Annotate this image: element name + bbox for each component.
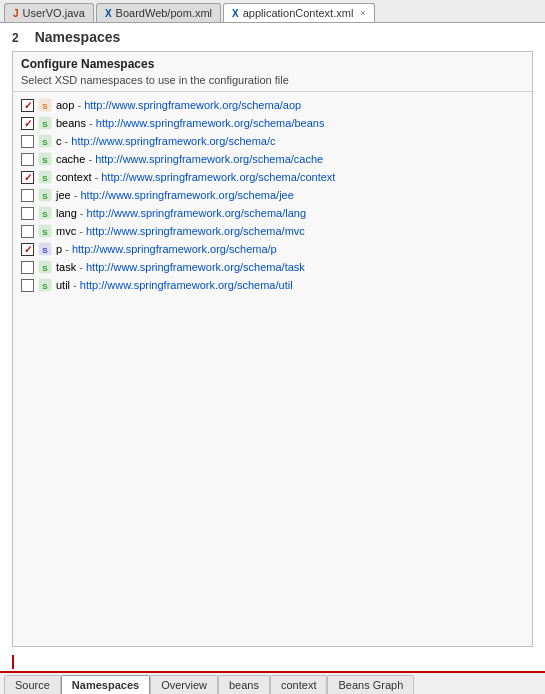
ns-icon-mvc: S bbox=[38, 224, 52, 238]
checkbox-jee[interactable] bbox=[21, 189, 34, 202]
namespace-item-mvc: S mvc - http://www.springframework.org/s… bbox=[19, 222, 526, 240]
bottom-tab-namespaces[interactable]: Namespaces bbox=[61, 675, 150, 694]
svg-text:S: S bbox=[42, 264, 48, 273]
ns-label-beans: beans - http://www.springframework.org/s… bbox=[56, 117, 324, 129]
page-title: Namespaces bbox=[35, 29, 121, 45]
ns-label-cache: cache - http://www.springframework.org/s… bbox=[56, 153, 323, 165]
bottom-tab-beans[interactable]: beans bbox=[218, 675, 270, 694]
namespace-list[interactable]: S aop - http://www.springframework.org/s… bbox=[13, 92, 532, 646]
ns-icon-p: S bbox=[38, 242, 52, 256]
checkbox-beans[interactable] bbox=[21, 117, 34, 130]
svg-text:S: S bbox=[42, 138, 48, 147]
main-content: 2 Namespaces Configure Namespaces Select… bbox=[0, 23, 545, 671]
svg-text:S: S bbox=[42, 120, 48, 129]
xml-icon: X bbox=[105, 8, 112, 19]
checkbox-aop[interactable] bbox=[21, 99, 34, 112]
xml-icon-2: X bbox=[232, 8, 239, 19]
tab-boardweb[interactable]: X BoardWeb/pom.xml bbox=[96, 3, 221, 22]
text-cursor bbox=[12, 655, 14, 669]
ns-label-aop: aop - http://www.springframework.org/sch… bbox=[56, 99, 301, 111]
configure-title: Configure Namespaces bbox=[13, 52, 532, 74]
checkbox-context[interactable] bbox=[21, 171, 34, 184]
svg-text:S: S bbox=[42, 192, 48, 201]
namespace-item-lang: S lang - http://www.springframework.org/… bbox=[19, 204, 526, 222]
namespace-item-c: S c - http://www.springframework.org/sch… bbox=[19, 132, 526, 150]
bottom-tab-beans-graph[interactable]: Beans Graph bbox=[327, 675, 414, 694]
checkbox-p[interactable] bbox=[21, 243, 34, 256]
svg-text:S: S bbox=[42, 174, 48, 183]
checkbox-lang[interactable] bbox=[21, 207, 34, 220]
ns-label-context: context - http://www.springframework.org… bbox=[56, 171, 335, 183]
svg-text:S: S bbox=[42, 246, 48, 255]
ns-label-task: task - http://www.springframework.org/sc… bbox=[56, 261, 305, 273]
configure-description: Select XSD namespaces to use in the conf… bbox=[13, 74, 532, 92]
tab-uservo-label: UserVO.java bbox=[23, 7, 85, 19]
ns-label-jee: jee - http://www.springframework.org/sch… bbox=[56, 189, 294, 201]
ns-icon-aop: S bbox=[38, 98, 52, 112]
bottom-tab-context[interactable]: context bbox=[270, 675, 327, 694]
checkbox-cache[interactable] bbox=[21, 153, 34, 166]
namespace-item-p: S p - http://www.springframework.org/sch… bbox=[19, 240, 526, 258]
bottom-tab-overview[interactable]: Overview bbox=[150, 675, 218, 694]
namespace-item-task: S task - http://www.springframework.org/… bbox=[19, 258, 526, 276]
namespace-item-aop: S aop - http://www.springframework.org/s… bbox=[19, 96, 526, 114]
namespace-item-beans: S beans - http://www.springframework.org… bbox=[19, 114, 526, 132]
svg-text:S: S bbox=[42, 228, 48, 237]
ns-label-lang: lang - http://www.springframework.org/sc… bbox=[56, 207, 306, 219]
namespace-item-context: S context - http://www.springframework.o… bbox=[19, 168, 526, 186]
content-wrapper: 2 Namespaces Configure Namespaces Select… bbox=[0, 23, 545, 671]
ns-icon-jee: S bbox=[38, 188, 52, 202]
namespace-item-cache: S cache - http://www.springframework.org… bbox=[19, 150, 526, 168]
checkbox-util[interactable] bbox=[21, 279, 34, 292]
ns-label-util: util - http://www.springframework.org/sc… bbox=[56, 279, 293, 291]
svg-text:S: S bbox=[42, 102, 48, 111]
ns-icon-beans: S bbox=[38, 116, 52, 130]
svg-text:S: S bbox=[42, 282, 48, 291]
ns-icon-lang: S bbox=[38, 206, 52, 220]
ns-label-c: c - http://www.springframework.org/schem… bbox=[56, 135, 275, 147]
checkbox-mvc[interactable] bbox=[21, 225, 34, 238]
bottom-tab-bar: Source Namespaces Overview beans context… bbox=[0, 671, 545, 694]
svg-text:S: S bbox=[42, 210, 48, 219]
ns-icon-util: S bbox=[38, 278, 52, 292]
step-marker: 2 bbox=[12, 31, 19, 45]
ns-label-mvc: mvc - http://www.springframework.org/sch… bbox=[56, 225, 305, 237]
bottom-tab-source[interactable]: Source bbox=[4, 675, 61, 694]
cursor-area bbox=[0, 653, 545, 671]
checkbox-task[interactable] bbox=[21, 261, 34, 274]
ns-icon-context: S bbox=[38, 170, 52, 184]
ns-icon-task: S bbox=[38, 260, 52, 274]
ns-icon-cache: S bbox=[38, 152, 52, 166]
ns-label-p: p - http://www.springframework.org/schem… bbox=[56, 243, 277, 255]
top-tab-bar: J UserVO.java X BoardWeb/pom.xml X appli… bbox=[0, 0, 545, 23]
tab-boardweb-label: BoardWeb/pom.xml bbox=[116, 7, 212, 19]
tab-appcontext-close[interactable]: × bbox=[360, 8, 365, 18]
java-icon: J bbox=[13, 8, 19, 19]
tab-appcontext[interactable]: X applicationContext.xml × bbox=[223, 3, 375, 22]
checkbox-c[interactable] bbox=[21, 135, 34, 148]
tab-appcontext-label: applicationContext.xml bbox=[243, 7, 354, 19]
ns-icon-c: S bbox=[38, 134, 52, 148]
namespace-item-jee: S jee - http://www.springframework.org/s… bbox=[19, 186, 526, 204]
namespace-item-util: S util - http://www.springframework.org/… bbox=[19, 276, 526, 294]
tab-uservo[interactable]: J UserVO.java bbox=[4, 3, 94, 22]
configure-section: Configure Namespaces Select XSD namespac… bbox=[12, 51, 533, 647]
svg-text:S: S bbox=[42, 156, 48, 165]
